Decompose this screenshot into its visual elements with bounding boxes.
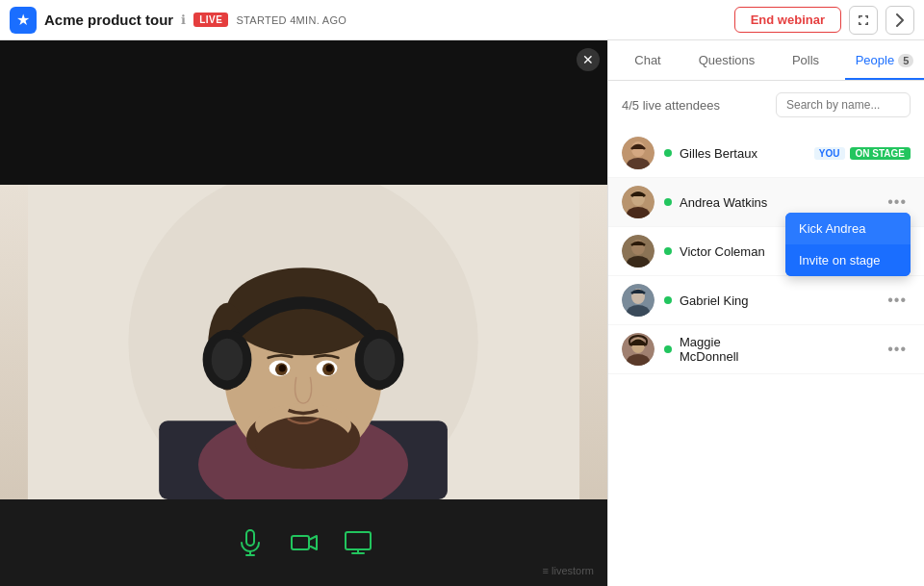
mic-icon — [240, 529, 261, 556]
online-dot-maggie — [664, 345, 672, 353]
svg-point-6 — [226, 268, 380, 355]
avatar-victor-img — [622, 235, 654, 268]
right-panel: Chat Questions Polls People 5 4/5 live a… — [607, 40, 924, 586]
screen-share-icon — [345, 531, 372, 554]
avatar-maggie — [622, 333, 654, 366]
svg-rect-22 — [246, 530, 254, 546]
online-dot-andrea — [664, 198, 672, 206]
video-top-strip: ✕ — [0, 40, 607, 185]
person-row-gabriel[interactable]: Gabriel King ••• — [608, 276, 924, 325]
more-button-gabriel[interactable]: ••• — [884, 290, 911, 311]
avatar-gabriel-img — [622, 284, 654, 317]
screen-share-button[interactable] — [341, 525, 375, 560]
person-row-gilles[interactable]: Gilles Bertaux YOU ON STAGE — [608, 129, 924, 178]
tab-polls[interactable]: Polls — [766, 40, 845, 80]
avatar-victor — [622, 235, 654, 268]
people-list: Gilles Bertaux YOU ON STAGE Andrea Watki… — [608, 129, 924, 586]
livestorm-watermark: ≡ livestorm — [543, 565, 594, 576]
svg-point-16 — [279, 365, 286, 371]
expand-icon — [857, 13, 870, 27]
mic-button[interactable] — [233, 525, 268, 560]
online-dot-gilles — [664, 149, 672, 157]
chevron-right-icon — [896, 13, 904, 27]
close-button[interactable]: ✕ — [577, 48, 600, 71]
invite-andrea-button[interactable]: Invite on stage — [785, 244, 911, 276]
person-name-maggie: Maggie McDonnell — [680, 335, 782, 364]
person-name-gabriel: Gabriel King — [680, 293, 782, 308]
avatar-gilles-img — [622, 137, 654, 169]
panel-tabs: Chat Questions Polls People 5 — [608, 40, 924, 81]
video-area: ✕ — [0, 40, 607, 586]
svg-rect-25 — [292, 536, 309, 549]
person-row-maggie[interactable]: Maggie McDonnell ••• — [608, 325, 924, 374]
svg-point-19 — [212, 339, 244, 381]
more-button-andrea[interactable]: ••• — [884, 191, 911, 213]
live-badge: LIVE — [193, 13, 228, 27]
people-panel-header: 4/5 live attendees — [608, 81, 924, 129]
header: ★ Acme product tour ℹ LIVE STARTED 4MIN.… — [0, 0, 924, 40]
person-name-victor: Victor Coleman — [680, 244, 782, 259]
next-button[interactable] — [886, 6, 914, 35]
svg-point-21 — [364, 339, 396, 381]
presenter-video — [0, 185, 607, 499]
webinar-title: Acme product tour — [44, 12, 173, 28]
info-icon[interactable]: ℹ — [181, 13, 186, 27]
expand-button[interactable] — [849, 6, 878, 35]
avatar-andrea — [622, 186, 654, 218]
video-controls: ≡ livestorm — [0, 499, 607, 586]
person-name-andrea: Andrea Watkins — [680, 195, 782, 210]
avatar-maggie-img — [622, 333, 654, 366]
camera-button[interactable] — [287, 525, 321, 560]
svg-point-17 — [326, 365, 333, 371]
avatar-gabriel — [622, 284, 654, 317]
attendee-count: 4/5 live attendees — [622, 98, 720, 113]
on-stage-badge-gilles: ON STAGE — [850, 147, 911, 160]
context-menu-andrea: Kick Andrea Invite on stage — [785, 213, 911, 276]
tab-questions[interactable]: Questions — [687, 40, 766, 80]
kick-andrea-button[interactable]: Kick Andrea — [785, 213, 911, 244]
avatar-gilles — [622, 137, 654, 169]
more-button-maggie[interactable]: ••• — [884, 339, 911, 360]
people-count-badge: 5 — [898, 54, 913, 67]
search-input[interactable] — [776, 92, 911, 117]
you-badge-gilles: YOU — [814, 147, 845, 160]
svg-rect-26 — [346, 532, 371, 549]
avatar-andrea-img — [622, 186, 654, 218]
presenter-svg — [0, 185, 607, 499]
person-name-gilles: Gilles Bertaux — [680, 146, 809, 161]
person-row-andrea[interactable]: Andrea Watkins ••• Kick Andrea Invite on… — [608, 178, 924, 227]
tab-people[interactable]: People 5 — [845, 40, 924, 80]
camera-icon — [291, 533, 318, 552]
online-dot-gabriel — [664, 296, 672, 304]
main-area: ✕ — [0, 40, 924, 586]
session-time: STARTED 4MIN. AGO — [236, 14, 346, 26]
tab-chat[interactable]: Chat — [608, 40, 687, 80]
video-feed — [0, 185, 607, 499]
online-dot-victor — [664, 247, 672, 255]
app-logo: ★ — [10, 7, 37, 34]
end-webinar-button[interactable]: End webinar — [734, 7, 841, 33]
